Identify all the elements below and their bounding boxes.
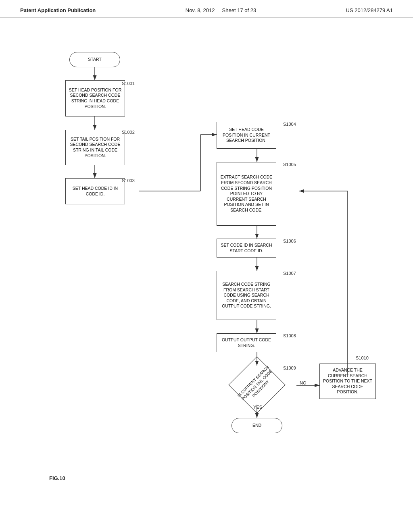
content-area: START S1001 SET HEAD POSITION FOR SECOND… bbox=[0, 18, 413, 526]
s1009-node: IS CURRENT SEARCH POSITION TAIL CODE POS… bbox=[228, 366, 286, 404]
yes-label: YES bbox=[253, 405, 262, 409]
s1005-node: EXTRACT SEARCH CODE FROM SECOND SEARCH C… bbox=[217, 162, 276, 226]
step-s1007-label: S1007 bbox=[283, 271, 296, 276]
start-node: START bbox=[69, 52, 120, 67]
step-s1010-label: S1010 bbox=[356, 355, 369, 360]
page-header: Patent Application Publication Nov. 8, 2… bbox=[0, 0, 413, 18]
end-node: END bbox=[232, 418, 282, 433]
s1003-node: SET HEAD CODE ID IN CODE ID. bbox=[65, 178, 125, 204]
figure-label: FIG.10 bbox=[49, 475, 65, 481]
sheet-label: Sheet 17 of 23 bbox=[222, 7, 257, 13]
step-s1005-label: S1005 bbox=[283, 162, 296, 167]
s1010-node: ADVANCE THE CURRENT SEARCH POSITION TO T… bbox=[319, 364, 376, 399]
s1006-node: SET CODE ID IN SEARCH START CODE ID. bbox=[217, 239, 276, 258]
no-label: NO bbox=[300, 380, 307, 385]
s1004-node: SET HEAD CODE POSITION IN CURRENT SEARCH… bbox=[217, 122, 276, 149]
step-s1004-label: S1004 bbox=[283, 122, 296, 127]
flowchart: START S1001 SET HEAD POSITION FOR SECOND… bbox=[25, 30, 388, 513]
publication-label: Patent Application Publication bbox=[20, 7, 96, 13]
s1008-node: OUTPUT OUTPUT CODE STRING. bbox=[217, 333, 276, 352]
s1007-node: SEARCH CODE STRING FROM SEARCH START COD… bbox=[217, 271, 276, 320]
date-sheet: Nov. 8, 2012 Sheet 17 of 23 bbox=[186, 7, 256, 13]
step-s1006-label: S1006 bbox=[283, 239, 296, 243]
date-label: Nov. 8, 2012 bbox=[186, 7, 215, 13]
patent-number: US 2012/284279 A1 bbox=[346, 7, 393, 13]
s1002-node: SET TAIL POSITION FOR SECOND SEARCH CODE… bbox=[65, 130, 125, 165]
s1001-node: SET HEAD POSITION FOR SECOND SEARCH CODE… bbox=[65, 80, 125, 116]
step-s1008-label: S1008 bbox=[283, 333, 296, 338]
